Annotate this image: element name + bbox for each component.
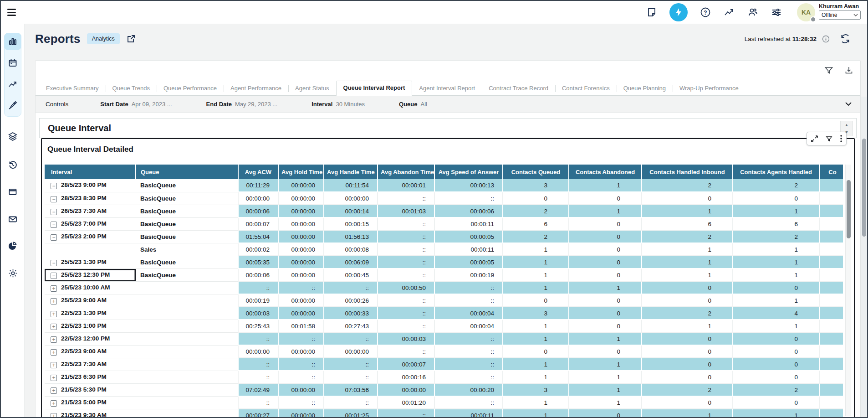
table-row[interactable]: +22/5/23 1:00 PM00:25:4300:01:5800:27:43… <box>45 320 843 332</box>
table-row[interactable]: +22/5/23 12:00 PM::::::00:00:03::1100 <box>45 332 843 345</box>
tab-queue-planning[interactable]: Queue Planning <box>617 82 673 95</box>
interval-cell[interactable]: +22/5/23 1:00 PM <box>45 320 136 332</box>
tab-contract-trace-record[interactable]: Contract Trace Record <box>482 82 555 95</box>
interval-cell[interactable]: +21/5/23 5:30 PM <box>45 383 136 396</box>
collapse-row-icon[interactable]: − <box>51 222 57 228</box>
history-icon[interactable] <box>4 156 21 173</box>
table-row[interactable]: −25/5/23 7:00 PMBasicQueue00:00:0700:00:… <box>45 217 843 230</box>
table-row[interactable]: −26/5/23 7:30 AMBasicQueue00:00:0600:00:… <box>45 205 843 217</box>
notes-icon[interactable] <box>646 6 658 18</box>
expand-row-icon[interactable]: + <box>51 387 57 394</box>
bar-chart-icon[interactable] <box>4 33 21 50</box>
refresh-icon[interactable] <box>840 33 851 44</box>
interval-cell[interactable]: +21/5/23 5:00 PM <box>45 396 136 409</box>
calendar-icon[interactable] <box>4 54 21 72</box>
interval-cell[interactable]: −28/5/23 9:00 PM <box>45 179 136 192</box>
filter-icon[interactable] <box>824 65 834 75</box>
interval-cell[interactable]: +22/5/23 9:00 AM <box>45 345 136 358</box>
realtime-metrics-active-icon[interactable] <box>669 3 688 21</box>
table-row[interactable]: +21/5/23 6:30 PM::::::00:00:16::1100 <box>45 371 843 383</box>
table-row[interactable]: +21/5/23 5:00 PM::::::00:01:20::1100 <box>45 396 843 409</box>
control-queue[interactable]: QueueAll <box>399 101 427 108</box>
interval-cell[interactable] <box>45 243 136 256</box>
interval-cell[interactable]: +21/5/23 9:30 AM <box>45 409 136 418</box>
collapse-row-icon[interactable]: − <box>51 183 57 189</box>
tab-agent-performance[interactable]: Agent Performance <box>224 82 288 95</box>
external-link-icon[interactable] <box>126 34 136 44</box>
sliders-icon[interactable] <box>771 6 782 18</box>
window-icon[interactable] <box>4 183 21 201</box>
column-header-interval[interactable]: Interval <box>45 165 136 179</box>
tab-agent-status[interactable]: Agent Status <box>288 82 336 95</box>
expand-row-icon[interactable]: + <box>51 362 57 368</box>
column-header-contacts-queued[interactable]: Contacts Queued <box>503 165 569 179</box>
table-row[interactable]: +21/5/23 9:30 AM00:00:2700:00:0000:01:25… <box>45 409 843 418</box>
control-end-date[interactable]: End DateMay 29, 2023 ... <box>206 101 278 108</box>
interval-cell[interactable]: −25/5/23 1:30 PM <box>45 256 136 268</box>
expand-row-icon[interactable]: + <box>51 324 57 330</box>
expand-row-icon[interactable]: + <box>51 413 57 418</box>
expand-row-icon[interactable]: + <box>51 311 57 317</box>
help-icon[interactable]: ? <box>700 6 711 18</box>
column-header-contacts-agents-handled[interactable]: Contacts Agents Handled <box>733 165 819 179</box>
column-header-queue[interactable]: Queue <box>136 165 238 179</box>
users-icon[interactable] <box>747 6 759 18</box>
table-row[interactable]: +22/5/23 9:00 AM00:00:0000:00:0000:00:00… <box>45 345 843 358</box>
avatar[interactable]: KA <box>797 3 815 21</box>
expand-row-icon[interactable]: + <box>51 375 57 381</box>
collapse-row-icon[interactable]: − <box>51 196 57 202</box>
more-options-kebab-icon[interactable] <box>840 135 842 142</box>
filter-visual-icon[interactable] <box>826 135 832 142</box>
page-scrollbar-thumb[interactable] <box>862 139 866 237</box>
column-header-contacts-abandoned[interactable]: Contacts Abandoned <box>569 165 642 179</box>
interval-cell[interactable]: −25/5/23 12:30 PM <box>45 268 136 281</box>
collapse-row-icon[interactable]: − <box>51 260 57 266</box>
table-row[interactable]: Sales00:00:0200:00:0000:00:08::00:00:111… <box>45 243 843 256</box>
collapse-row-icon[interactable]: − <box>51 273 57 279</box>
interval-cell[interactable]: +22/5/23 12:00 PM <box>45 332 136 345</box>
tab-agent-interval-report[interactable]: Agent Interval Report <box>412 82 482 95</box>
settings-icon[interactable] <box>4 264 21 282</box>
expand-row-icon[interactable]: + <box>51 285 57 292</box>
page-vertical-scrollbar[interactable] <box>861 97 867 417</box>
column-header-avg-hold-time[interactable]: Avg Hold Time <box>278 165 324 179</box>
tab-contact-forensics[interactable]: Contact Forensics <box>555 82 617 95</box>
line-chart-icon[interactable] <box>4 76 21 93</box>
spinner-up-icon[interactable]: ▲ <box>841 121 853 129</box>
layers-icon[interactable] <box>4 128 21 145</box>
collapse-row-icon[interactable]: − <box>51 209 57 215</box>
column-header-avg-abandon-time[interactable]: Avg Abandon Time <box>378 165 434 179</box>
info-icon[interactable] <box>822 35 830 43</box>
interval-cell[interactable]: +21/5/23 6:30 PM <box>45 371 136 383</box>
table-row[interactable]: −25/5/23 2:00 PMBasicQueue01:55:0400:00:… <box>45 230 843 243</box>
expand-row-icon[interactable]: + <box>51 349 57 356</box>
interval-cell[interactable]: +22/5/23 1:30 PM <box>45 307 136 320</box>
table-scrollbar-thumb[interactable] <box>847 180 851 238</box>
table-row[interactable]: −25/5/23 1:30 PMBasicQueue00:05:3500:00:… <box>45 256 843 268</box>
table-row[interactable]: +21/5/23 5:30 PM07:02:4900:00:0007:03:56… <box>45 383 843 396</box>
interval-cell[interactable]: +25/5/23 9:00 AM <box>45 294 136 307</box>
mail-icon[interactable] <box>4 211 21 228</box>
expand-icon[interactable] <box>811 135 818 142</box>
column-header-contacts-handled-inbound[interactable]: Contacts Handled Inbound <box>642 165 733 179</box>
pie-chart-icon[interactable] <box>4 237 21 254</box>
tab-executive-summary[interactable]: Executive Summary <box>39 82 106 95</box>
tab-queue-trends[interactable]: Queue Trends <box>106 82 157 95</box>
column-header-avg-speed-of-answer[interactable]: Avg Speed of Answer <box>434 165 503 179</box>
expand-row-icon[interactable]: + <box>51 336 57 343</box>
collapse-row-icon[interactable]: − <box>51 234 57 241</box>
control-interval[interactable]: Interval30 Minutes <box>311 101 365 108</box>
table-row[interactable]: +22/5/23 1:30 PM00:00:0300:00:0000:00:33… <box>45 307 843 320</box>
download-icon[interactable] <box>844 65 854 75</box>
table-row[interactable]: +25/5/23 9:00 AM00:00:1900:00:0000:00:26… <box>45 294 843 307</box>
status-select[interactable]: Offline <box>819 10 861 20</box>
column-header-avg-handle-time[interactable]: Avg Handle Time <box>324 165 378 179</box>
design-icon[interactable] <box>4 97 21 114</box>
expand-row-icon[interactable]: + <box>51 298 57 304</box>
table-row[interactable]: +22/5/23 7:30 AM::::::00:00:07::1100 <box>45 358 843 371</box>
tab-queue-performance[interactable]: Queue Performance <box>157 82 224 95</box>
interval-cell[interactable]: +22/5/23 7:30 AM <box>45 358 136 371</box>
hamburger-menu-icon[interactable] <box>7 7 19 17</box>
table-row[interactable]: −28/5/23 9:00 PMBasicQueue00:11:2900:00:… <box>45 179 843 192</box>
column-header-co[interactable]: Co <box>819 165 843 179</box>
